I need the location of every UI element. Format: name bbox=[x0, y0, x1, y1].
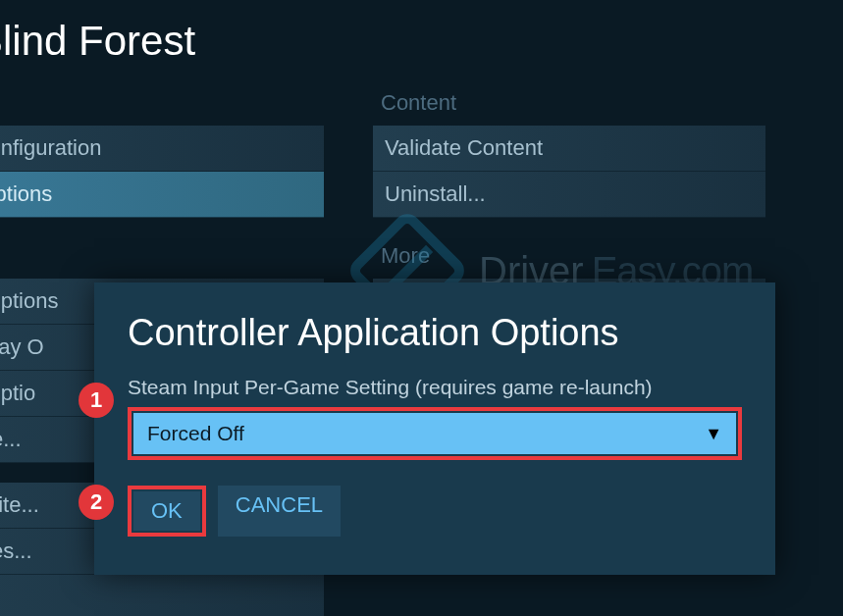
option-icon[interactable]: Icon... bbox=[0, 575, 324, 616]
steam-input-select[interactable]: Forced Off ▼ bbox=[133, 413, 736, 454]
chevron-down-icon: ▼ bbox=[705, 424, 722, 444]
section-shortcut: out ler Configuration ller Options bbox=[0, 84, 324, 218]
ok-button[interactable]: OK bbox=[133, 491, 200, 531]
cancel-button[interactable]: CANCEL bbox=[218, 486, 341, 537]
annotation-highlight-2: OK bbox=[128, 486, 206, 537]
section-header: out bbox=[0, 84, 324, 126]
option-controller-config[interactable]: ler Configuration bbox=[0, 126, 324, 172]
option-validate[interactable]: Validate Content bbox=[373, 126, 765, 172]
modal-title: Controller Application Options bbox=[128, 312, 742, 354]
section-header: ces bbox=[0, 237, 324, 279]
option-controller-options[interactable]: ller Options bbox=[0, 172, 324, 218]
modal-field-label: Steam Input Per-Game Setting (requires g… bbox=[128, 376, 742, 399]
section-header: Content bbox=[373, 84, 765, 126]
annotation-highlight-1: Forced Off ▼ bbox=[128, 407, 742, 460]
modal-controller-options: Controller Application Options Steam Inp… bbox=[94, 282, 775, 575]
option-uninstall[interactable]: Uninstall... bbox=[373, 172, 765, 218]
annotation-badge-2: 2 bbox=[79, 485, 114, 520]
select-value: Forced Off bbox=[147, 422, 244, 445]
page-title: e Blind Forest bbox=[0, 0, 843, 84]
section-content: Content Validate Content Uninstall... bbox=[373, 84, 765, 218]
annotation-badge-1: 1 bbox=[79, 383, 114, 418]
section-header: More bbox=[373, 237, 765, 279]
